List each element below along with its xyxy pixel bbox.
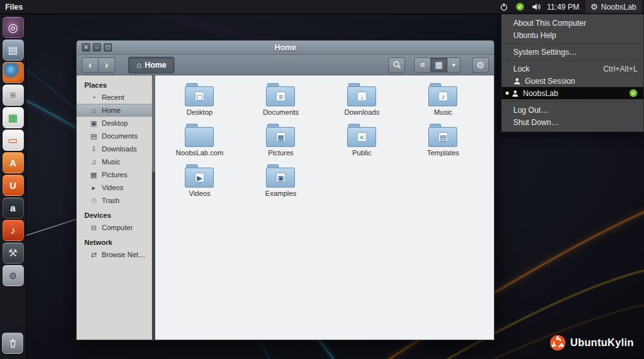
sidebar-list: Places◔Recent⌂Home▣Desktop▤Documents⇩Dow… xyxy=(77,77,155,261)
power-icon[interactable] xyxy=(498,2,509,12)
folder-icon: ♪ xyxy=(428,83,458,107)
menu-item-lock[interactable]: LockCtrl+Alt+L xyxy=(502,63,643,75)
folder-icon: ▢ xyxy=(185,83,214,107)
folder-icon: ▶ xyxy=(185,164,214,188)
close-button[interactable]: ✕ xyxy=(82,43,90,52)
menu-item-system-settings[interactable]: System Settings… xyxy=(502,46,643,58)
menu-item-label: Guest Session xyxy=(525,77,575,86)
downloads-emblem-icon: ↓ xyxy=(357,92,367,101)
launcher-music-app-icon[interactable]: ♪ xyxy=(3,220,24,241)
launcher-text-editor-icon[interactable]: ≡ xyxy=(3,84,24,106)
folder-public[interactable]: <Public xyxy=(321,124,402,164)
sidebar-section-network: Network xyxy=(77,234,155,248)
updates-icon[interactable]: ✓ xyxy=(515,2,525,12)
ubuntukylin-logo-text: UbuntuKylin xyxy=(571,337,634,349)
folder-pictures[interactable]: ▦Pictures xyxy=(240,124,321,164)
back-button[interactable]: ‹ xyxy=(82,57,99,73)
launcher-trash[interactable] xyxy=(2,333,23,354)
browse-net-icon: ⇄ xyxy=(90,251,98,259)
file-view[interactable]: ▢Desktop≡Documents↓Downloads♪MusicNoobsL… xyxy=(155,75,494,340)
folder-music[interactable]: ♪Music xyxy=(402,83,484,124)
launcher-amazon-icon[interactable]: a xyxy=(3,197,24,218)
actions-menu-button[interactable]: ⚙ xyxy=(472,57,489,73)
forward-button[interactable]: › xyxy=(99,57,115,73)
session-menu-button[interactable]: ⚙ NoobsLab xyxy=(585,0,641,14)
menu-item-shut-down[interactable]: Shut Down… xyxy=(502,116,643,128)
titlebar[interactable]: Home ✕ – ▢ xyxy=(77,41,494,55)
home-icon: ⌂ xyxy=(137,60,142,70)
breadcrumb-home[interactable]: ⌂ Home xyxy=(128,57,175,73)
launcher-screenshot-tool-icon[interactable]: ⚙ xyxy=(3,265,24,286)
folder-label: Examples xyxy=(265,189,296,197)
examples-emblem-icon: ▣ xyxy=(276,173,286,182)
sidebar-item-label: Videos xyxy=(102,184,123,191)
pictures-icon: ▦ xyxy=(90,171,98,179)
sidebar-item-label: Desktop xyxy=(102,119,128,127)
folder-noobslab-com[interactable]: NoobsLab.com xyxy=(159,124,240,164)
trash-icon: ♲ xyxy=(90,197,98,205)
minimize-button[interactable]: – xyxy=(93,43,101,52)
volume-icon[interactable] xyxy=(531,2,541,12)
menu-item-guest-session[interactable]: Guest Session xyxy=(502,75,643,87)
forward-icon: › xyxy=(105,60,108,70)
sidebar-item-trash[interactable]: ♲Trash xyxy=(77,194,155,207)
folder-documents[interactable]: ≡Documents xyxy=(240,83,321,124)
search-icon xyxy=(393,61,401,69)
folder-label: Pictures xyxy=(268,149,294,157)
window-controls: ✕ – ▢ xyxy=(82,43,112,52)
app-menu-title[interactable]: Files xyxy=(5,3,23,12)
launcher-libreoffice-impress-icon[interactable]: ▭ xyxy=(3,130,24,151)
sidebar-item-documents[interactable]: ▤Documents xyxy=(77,130,155,142)
launcher-tools-icon[interactable]: ⚒ xyxy=(3,242,24,264)
menu-item-about-this-computer[interactable]: About This Computer xyxy=(502,17,643,29)
grid-view-button[interactable]: ▦ xyxy=(431,57,448,73)
view-options-dropdown[interactable]: ▾ xyxy=(448,57,460,73)
sidebar-item-music[interactable]: ♫Music xyxy=(77,155,155,168)
menu-shortcut: Ctrl+Alt+L xyxy=(603,64,638,73)
clock[interactable]: 11:49 PM xyxy=(547,3,579,12)
sidebar-item-label: Documents xyxy=(102,132,138,140)
menu-item-noobslab[interactable]: NoobsLab✓ xyxy=(502,87,643,99)
sidebar-item-label: Recent xyxy=(102,93,124,101)
folder-icon: ▤ xyxy=(428,124,458,148)
launcher-files-icon[interactable]: ▤ xyxy=(3,39,24,61)
launcher-ubuntu-one-icon[interactable]: U xyxy=(3,175,24,196)
folder-templates[interactable]: ▤Templates xyxy=(402,124,484,164)
menu-item-ubuntu-help[interactable]: Ubuntu Help xyxy=(502,29,643,41)
window-title: Home xyxy=(77,43,494,52)
sidebar-item-videos[interactable]: ▸Videos xyxy=(77,181,155,194)
folder-icon: ▣ xyxy=(266,164,296,188)
nav-buttons: ‹ › xyxy=(82,57,115,73)
session-menu-list: About This ComputerUbuntu HelpSystem Set… xyxy=(502,17,643,128)
menu-item-log-out[interactable]: Log Out… xyxy=(502,104,643,116)
indicator-area: ✓ 11:49 PM ⚙ NoobsLab xyxy=(498,0,641,14)
sidebar-item-pictures[interactable]: ▦Pictures xyxy=(77,168,155,181)
session-username: NoobsLab xyxy=(601,3,636,12)
search-button[interactable] xyxy=(388,57,405,73)
launcher-software-center-icon[interactable]: A xyxy=(3,152,24,173)
folder-desktop[interactable]: ▢Desktop xyxy=(159,83,240,124)
menu-item-label: NoobsLab xyxy=(523,89,558,98)
sidebar-item-downloads[interactable]: ⇩Downloads xyxy=(77,142,155,155)
folder-downloads[interactable]: ↓Downloads xyxy=(321,83,402,124)
list-view-button[interactable]: ≡ xyxy=(414,57,431,73)
folder-videos[interactable]: ▶Videos xyxy=(159,164,240,205)
sidebar-scrollbar[interactable] xyxy=(152,75,155,340)
launcher-dash-home-icon[interactable]: ◎ xyxy=(3,17,24,38)
sidebar-item-browse-net[interactable]: ⇄Browse Net… xyxy=(77,248,155,261)
maximize-button[interactable]: ▢ xyxy=(104,43,112,52)
folder-label: Music xyxy=(434,108,453,116)
sidebar-item-desktop[interactable]: ▣Desktop xyxy=(77,117,155,130)
folder-examples[interactable]: ▣Examples xyxy=(240,164,321,205)
sidebar-item-home[interactable]: ⌂Home xyxy=(77,104,155,117)
folder-body xyxy=(185,127,214,147)
scrollbar-thumb[interactable] xyxy=(152,75,155,172)
menu-separator xyxy=(502,101,643,102)
sidebar-item-computer[interactable]: ⊟Computer xyxy=(77,221,155,234)
sidebar-item-recent[interactable]: ◔Recent xyxy=(77,91,155,104)
menu-item-label: About This Computer xyxy=(513,19,586,28)
launcher-libreoffice-calc-icon[interactable]: ▦ xyxy=(3,107,24,128)
desktop-emblem-icon: ▢ xyxy=(195,92,205,101)
launcher-firefox-icon[interactable] xyxy=(3,62,24,83)
folder-icon: ≡ xyxy=(266,83,296,107)
